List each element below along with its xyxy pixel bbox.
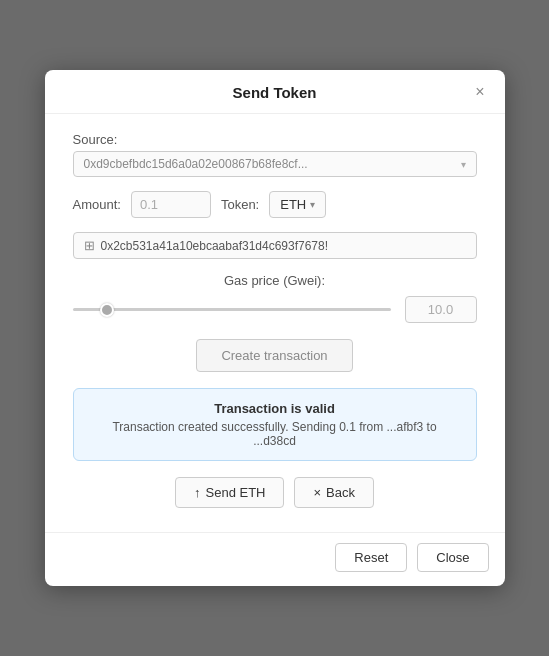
amount-input[interactable] xyxy=(131,191,211,218)
modal-close-button[interactable]: × xyxy=(469,82,490,102)
recipient-address: 0x2cb531a41a10ebcaabaf31d4c693f7678! xyxy=(101,239,329,253)
valid-transaction-box: Transaction is valid Transaction created… xyxy=(73,388,477,461)
gas-slider-container xyxy=(73,308,391,311)
gas-price-slider[interactable] xyxy=(73,308,391,311)
reset-button[interactable]: Reset xyxy=(335,543,407,572)
send-label: Send ETH xyxy=(206,485,266,500)
token-value: ETH xyxy=(280,197,306,212)
modal-title: Send Token xyxy=(233,84,317,101)
gas-row xyxy=(73,296,477,323)
modal-footer: Reset Close xyxy=(45,532,505,586)
recipient-address-row[interactable]: ⊞ 0x2cb531a41a10ebcaabaf31d4c693f7678! xyxy=(73,232,477,259)
gas-value-input[interactable] xyxy=(405,296,477,323)
source-label: Source: xyxy=(73,132,477,147)
modal-header: Send Token × xyxy=(45,70,505,114)
close-button[interactable]: Close xyxy=(417,543,488,572)
token-label: Token: xyxy=(221,197,259,212)
back-icon: × xyxy=(313,485,321,500)
valid-message: Transaction created successfully. Sendin… xyxy=(90,420,460,448)
send-icon: ↑ xyxy=(194,485,201,500)
send-eth-button[interactable]: ↑ Send ETH xyxy=(175,477,284,508)
send-token-modal: Send Token × Source: 0xd9cbefbdc15d6a0a0… xyxy=(45,70,505,586)
back-label: Back xyxy=(326,485,355,500)
token-dropdown[interactable]: ETH ▾ xyxy=(269,191,326,218)
amount-token-row: Amount: Token: ETH ▾ xyxy=(73,191,477,218)
gas-label: Gas price (Gwei): xyxy=(73,273,477,288)
gas-section: Gas price (Gwei): xyxy=(73,273,477,323)
chevron-down-icon: ▾ xyxy=(310,199,315,210)
amount-label: Amount: xyxy=(73,197,121,212)
source-dropdown[interactable]: 0xd9cbefbdc15d6a0a02e00867b68fe8cf... ▾ xyxy=(73,151,477,177)
back-button[interactable]: × Back xyxy=(294,477,374,508)
source-row: Source: 0xd9cbefbdc15d6a0a02e00867b68fe8… xyxy=(73,132,477,177)
source-value: 0xd9cbefbdc15d6a0a02e00867b68fe8cf... xyxy=(84,157,308,171)
chevron-down-icon: ▾ xyxy=(461,159,466,170)
action-buttons-row: ↑ Send ETH × Back xyxy=(73,477,477,508)
modal-body: Source: 0xd9cbefbdc15d6a0a02e00867b68fe8… xyxy=(45,114,505,532)
address-icon: ⊞ xyxy=(84,238,95,253)
valid-title: Transaction is valid xyxy=(90,401,460,416)
create-transaction-button[interactable]: Create transaction xyxy=(196,339,352,372)
